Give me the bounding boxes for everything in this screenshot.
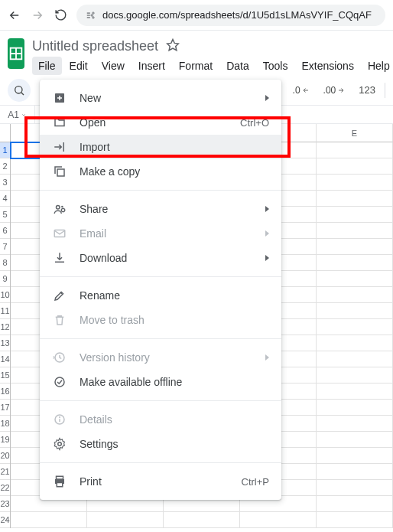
- menu-item-open[interactable]: OpenCtrl+O: [40, 110, 281, 135]
- cell[interactable]: [317, 464, 393, 480]
- row-header[interactable]: 4: [0, 191, 10, 207]
- row-header[interactable]: 2: [0, 158, 10, 175]
- row-header[interactable]: 12: [0, 319, 10, 335]
- row-header[interactable]: 19: [0, 432, 10, 448]
- more-formats-button[interactable]: 123: [354, 80, 380, 101]
- cell[interactable]: [317, 448, 393, 464]
- app-header: Untitled spreadsheet FileEditViewInsertF…: [0, 31, 393, 75]
- cell[interactable]: [87, 512, 164, 528]
- cell[interactable]: [317, 287, 393, 303]
- cell[interactable]: [317, 416, 393, 432]
- name-box[interactable]: A1: [0, 106, 35, 124]
- search-menus-button[interactable]: [8, 79, 31, 102]
- menu-item-new[interactable]: New: [40, 86, 281, 110]
- menu-extensions[interactable]: Extensions: [295, 57, 359, 75]
- row-header[interactable]: 17: [0, 400, 10, 416]
- menu-help[interactable]: Help: [362, 57, 393, 75]
- menu-item-make-available-offline[interactable]: Make available offline: [40, 370, 281, 394]
- row-header[interactable]: 3: [0, 175, 10, 191]
- row-header[interactable]: 24: [0, 512, 10, 528]
- menu-item-print[interactable]: PrintCtrl+P: [40, 469, 281, 494]
- menu-item-import[interactable]: Import: [40, 135, 281, 159]
- cell[interactable]: [317, 239, 393, 255]
- row-header[interactable]: 15: [0, 367, 10, 383]
- submenu-arrow-icon: [265, 230, 269, 237]
- svg-point-21: [55, 377, 64, 387]
- cell[interactable]: [317, 512, 393, 528]
- cell[interactable]: [317, 175, 393, 191]
- menu-item-settings[interactable]: Settings: [40, 432, 281, 456]
- cell[interactable]: [317, 367, 393, 383]
- menu-item-label: Email: [80, 227, 253, 240]
- import-icon: [52, 139, 67, 155]
- menu-item-label: Make available offline: [80, 376, 269, 388]
- row-header[interactable]: 1: [0, 142, 10, 158]
- row-header[interactable]: 14: [0, 351, 10, 367]
- cell[interactable]: [164, 512, 240, 528]
- menu-data[interactable]: Data: [220, 57, 255, 75]
- row-header[interactable]: 21: [0, 464, 10, 480]
- url-text: docs.google.com/spreadsheets/d/1U5d1sLMA…: [102, 9, 372, 21]
- row-header[interactable]: 23: [0, 496, 10, 512]
- cell[interactable]: [317, 207, 393, 223]
- offline-icon: [52, 374, 67, 390]
- menu-file[interactable]: File: [32, 57, 62, 75]
- cell[interactable]: [317, 255, 393, 271]
- row-header[interactable]: 8: [0, 255, 10, 271]
- svg-point-24: [60, 417, 60, 418]
- cell[interactable]: [317, 432, 393, 448]
- cell[interactable]: [317, 223, 393, 239]
- row-header[interactable]: 5: [0, 207, 10, 223]
- increase-decimal-button[interactable]: .00: [319, 80, 350, 101]
- cell[interactable]: [317, 351, 393, 367]
- cell[interactable]: [317, 271, 393, 287]
- row-header[interactable]: 18: [0, 416, 10, 432]
- menu-insert[interactable]: Insert: [132, 57, 171, 75]
- toolbar-divider: [385, 83, 385, 98]
- row-header[interactable]: 10: [0, 287, 10, 303]
- sheets-logo[interactable]: [8, 38, 24, 69]
- menu-item-details: Details: [40, 407, 281, 432]
- menu-item-rename[interactable]: Rename: [40, 283, 281, 308]
- cell[interactable]: [11, 512, 87, 528]
- col-header-e[interactable]: E: [317, 124, 393, 142]
- row-header[interactable]: 16: [0, 383, 10, 400]
- menu-edit[interactable]: Edit: [63, 57, 94, 75]
- cell[interactable]: [317, 383, 393, 400]
- row-header[interactable]: 7: [0, 239, 10, 255]
- cell[interactable]: [317, 303, 393, 319]
- cell[interactable]: [317, 335, 393, 351]
- cell[interactable]: [317, 496, 393, 512]
- menu-view[interactable]: View: [96, 57, 131, 75]
- row-header[interactable]: 11: [0, 303, 10, 319]
- cell[interactable]: [317, 191, 393, 207]
- cell[interactable]: [317, 158, 393, 175]
- menu-item-download[interactable]: Download: [40, 246, 281, 270]
- svg-rect-0: [87, 12, 90, 13]
- row-header[interactable]: 20: [0, 448, 10, 464]
- cell[interactable]: [317, 142, 393, 158]
- decrease-decimal-button[interactable]: .0: [288, 80, 314, 101]
- menu-format[interactable]: Format: [173, 57, 219, 75]
- reload-icon[interactable]: [54, 8, 67, 22]
- cell[interactable]: [240, 512, 317, 528]
- svg-rect-28: [57, 483, 63, 487]
- cell[interactable]: [317, 319, 393, 335]
- doc-title[interactable]: Untitled spreadsheet: [32, 38, 158, 54]
- row-header[interactable]: 13: [0, 335, 10, 351]
- menu-item-label: Share: [80, 203, 253, 215]
- menu-tools[interactable]: Tools: [257, 57, 294, 75]
- select-all-corner[interactable]: [0, 124, 11, 142]
- forward-icon[interactable]: [31, 8, 44, 22]
- row-header[interactable]: 6: [0, 223, 10, 239]
- row-header[interactable]: 22: [0, 480, 10, 496]
- star-icon[interactable]: [166, 38, 180, 54]
- cell[interactable]: [317, 400, 393, 416]
- cell[interactable]: [317, 480, 393, 496]
- menu-item-make-a-copy[interactable]: Make a copy: [40, 159, 281, 184]
- back-icon[interactable]: [8, 8, 21, 22]
- url-bar[interactable]: docs.google.com/spreadsheets/d/1U5d1sLMA…: [76, 5, 385, 26]
- menu-item-share[interactable]: Share: [40, 197, 281, 221]
- menu-item-label: Move to trash: [80, 314, 269, 326]
- row-header[interactable]: 9: [0, 271, 10, 287]
